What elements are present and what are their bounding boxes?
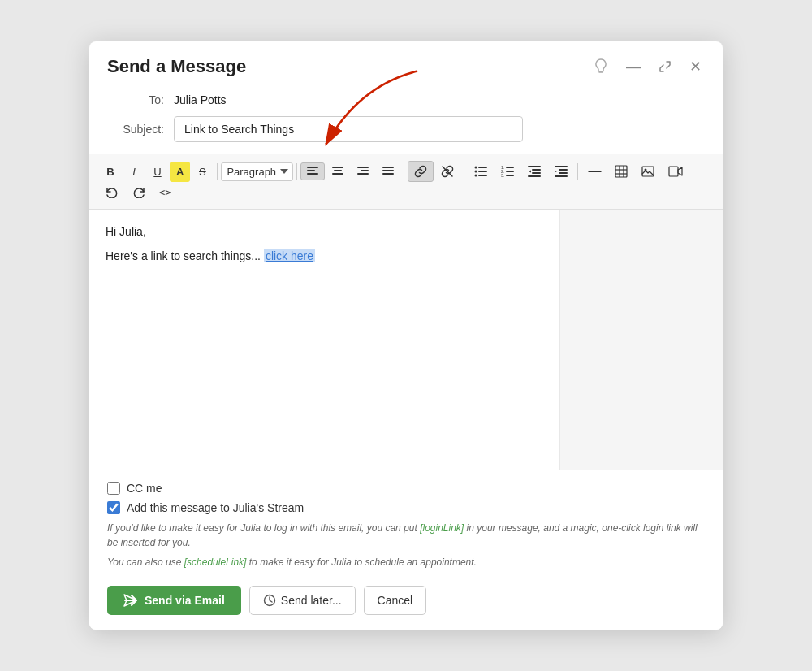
subject-field-row: Subject: [89, 111, 723, 147]
hr-button[interactable]: — [581, 161, 607, 182]
send-message-modal: Send a Message — ✕ To: Julia Po [89, 41, 723, 630]
editor-line-2: Here's a link to search things... click … [106, 247, 543, 265]
toolbar-divider-5 [577, 163, 578, 180]
svg-rect-2 [307, 173, 318, 175]
to-value: Julia Potts [174, 93, 227, 106]
svg-rect-6 [332, 173, 343, 175]
svg-rect-1 [307, 170, 315, 171]
shrink-icon-button[interactable] [655, 58, 675, 75]
editor-sidebar [560, 210, 723, 470]
footer-section: CC me Add this message to Julia's Stream… [89, 470, 723, 574]
toolbar-divider-6 [693, 163, 693, 180]
svg-point-19 [475, 171, 477, 173]
svg-rect-10 [357, 173, 369, 175]
table-button[interactable] [608, 161, 634, 182]
editor-link-text[interactable]: click here [264, 249, 315, 262]
undo-button[interactable] [99, 183, 125, 202]
send-label: Send via Email [145, 594, 225, 607]
svg-rect-42 [642, 167, 654, 176]
toolbar-divider-2 [296, 163, 297, 180]
modal-header: Send a Message — ✕ [89, 41, 723, 89]
cc-checkbox[interactable] [107, 482, 120, 495]
svg-rect-35 [559, 172, 568, 174]
close-icon-button[interactable]: ✕ [686, 56, 705, 77]
align-left-button[interactable] [300, 162, 325, 180]
svg-rect-28 [506, 175, 514, 176]
indent-button[interactable] [548, 162, 574, 181]
lightbulb-icon-button[interactable] [590, 57, 611, 76]
subject-input[interactable] [174, 116, 523, 142]
stream-checkbox[interactable] [107, 501, 120, 514]
clock-icon [263, 594, 276, 607]
editor-line-1: Hi Julia, [106, 223, 543, 240]
minimize-icon-button[interactable]: — [623, 57, 644, 77]
stream-checkbox-row: Add this message to Julia's Stream [107, 501, 705, 514]
align-justify-button[interactable] [376, 162, 400, 180]
svg-rect-33 [555, 166, 568, 167]
send-later-button[interactable]: Send later... [249, 586, 356, 615]
svg-rect-22 [478, 175, 487, 176]
to-field-row: To: Julia Potts [89, 89, 723, 111]
svg-rect-31 [532, 172, 541, 174]
svg-rect-29 [528, 166, 541, 167]
send-button[interactable]: Send via Email [107, 586, 241, 615]
strikethrough-button[interactable]: S [191, 162, 214, 181]
toolbar-divider-1 [217, 163, 218, 180]
toolbar-divider-3 [404, 163, 404, 180]
svg-text:3.: 3. [501, 173, 504, 177]
action-bar: Send via Email Send later... Cancel [89, 574, 723, 630]
cancel-button[interactable]: Cancel [364, 586, 427, 615]
editor-area: Hi Julia, Here's a link to search things… [89, 210, 723, 470]
stream-label[interactable]: Add this message to Julia's Stream [127, 501, 304, 514]
svg-rect-0 [307, 167, 318, 168]
login-link-tag[interactable]: [loginLink] [420, 522, 464, 534]
modal-title: Send a Message [107, 56, 246, 77]
svg-rect-9 [361, 170, 369, 171]
paragraph-select[interactable]: Paragraph Heading 1 Heading 2 Heading 3 [221, 162, 293, 181]
unlink-button[interactable] [434, 161, 460, 182]
send-later-label: Send later... [281, 594, 342, 607]
link-button[interactable] [408, 161, 434, 182]
bullet-list-button[interactable] [468, 162, 494, 181]
svg-point-17 [475, 167, 477, 169]
schedule-link-tag[interactable]: [scheduleLink] [184, 556, 247, 568]
svg-rect-4 [332, 167, 343, 168]
redo-button[interactable] [126, 183, 152, 202]
video-button[interactable] [662, 162, 689, 181]
svg-rect-24 [506, 167, 514, 168]
ordered-list-button[interactable]: 1.2.3. [495, 162, 520, 181]
svg-rect-32 [528, 175, 541, 177]
svg-rect-14 [382, 173, 394, 175]
svg-rect-13 [382, 170, 394, 171]
image-button[interactable] [635, 162, 661, 181]
cc-checkbox-row: CC me [107, 482, 705, 495]
svg-rect-5 [334, 170, 342, 171]
highlight-button[interactable]: A [170, 162, 190, 182]
svg-rect-26 [506, 171, 514, 172]
send-icon [123, 594, 138, 607]
svg-rect-20 [478, 171, 487, 172]
svg-point-21 [475, 175, 477, 177]
cancel-label: Cancel [378, 594, 413, 607]
underline-button[interactable]: U [146, 162, 169, 181]
svg-rect-36 [555, 175, 568, 177]
svg-rect-44 [669, 167, 678, 176]
toolbar-divider-4 [464, 163, 464, 180]
editor-line2-prefix: Here's a link to search things... [106, 249, 264, 262]
subject-label: Subject: [107, 123, 164, 136]
to-label: To: [107, 93, 164, 106]
svg-rect-8 [357, 167, 369, 168]
source-button[interactable]: <> [153, 184, 177, 201]
svg-rect-37 [615, 166, 627, 177]
align-center-button[interactable] [326, 162, 350, 180]
editor-main[interactable]: Hi Julia, Here's a link to search things… [89, 210, 560, 470]
align-right-button[interactable] [351, 162, 375, 180]
italic-button[interactable]: I [123, 162, 145, 181]
schedule-link-info: You can also use [scheduleLink] to make … [107, 555, 705, 569]
svg-rect-30 [532, 169, 541, 171]
editor-toolbar: B I U A S Paragraph Heading 1 Heading 2 … [89, 154, 723, 210]
bold-button[interactable]: B [99, 162, 122, 181]
cc-label[interactable]: CC me [127, 482, 162, 495]
outdent-button[interactable] [521, 162, 547, 181]
header-icons: — ✕ [590, 56, 705, 77]
